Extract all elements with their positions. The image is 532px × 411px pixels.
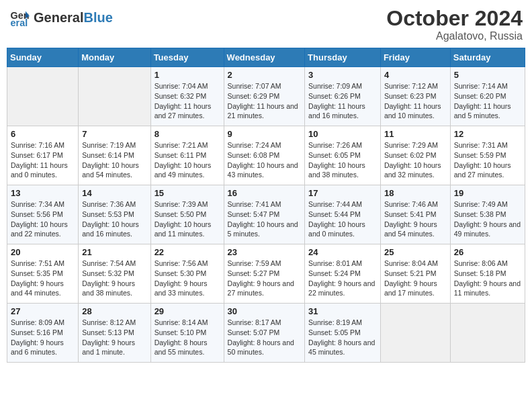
calendar-header: SundayMondayTuesdayWednesdayThursdayFrid… (7, 48, 525, 67)
calendar-cell: 1Sunrise: 7:04 AMSunset: 6:32 PMDaylight… (150, 67, 224, 126)
day-info: Sunrise: 7:39 AMSunset: 5:50 PMDaylight:… (154, 199, 220, 239)
svg-text:eral: eral (11, 17, 28, 28)
day-number: 19 (454, 188, 521, 198)
day-number: 29 (154, 306, 220, 316)
calendar-cell: 16Sunrise: 7:41 AMSunset: 5:47 PMDayligh… (224, 185, 305, 244)
day-number: 21 (82, 247, 146, 257)
day-info: Sunrise: 7:51 AMSunset: 5:35 PMDaylight:… (11, 259, 75, 298)
calendar-cell: 22Sunrise: 7:56 AMSunset: 5:30 PMDayligh… (150, 244, 224, 304)
location-subtitle: Agalatovo, Russia (386, 30, 523, 42)
day-number: 26 (454, 247, 521, 257)
calendar-cell (79, 67, 150, 126)
day-info: Sunrise: 8:06 AMSunset: 5:18 PMDaylight:… (454, 259, 521, 298)
page-header: Gen eral GeneralBlue October 2024 Agalat… (7, 7, 525, 42)
calendar-cell: 21Sunrise: 7:54 AMSunset: 5:32 PMDayligh… (79, 244, 150, 304)
header-row: SundayMondayTuesdayWednesdayThursdayFrid… (7, 48, 525, 67)
day-number: 7 (82, 129, 146, 139)
calendar-cell: 28Sunrise: 8:12 AMSunset: 5:13 PMDayligh… (79, 304, 150, 363)
day-number: 25 (384, 247, 447, 257)
day-info: Sunrise: 7:16 AMSunset: 6:17 PMDaylight:… (11, 140, 75, 180)
header-cell-friday: Friday (380, 48, 450, 67)
month-title: October 2024 (386, 7, 523, 30)
day-number: 14 (82, 188, 146, 198)
day-info: Sunrise: 7:59 AMSunset: 5:27 PMDaylight:… (228, 259, 302, 298)
calendar-cell: 13Sunrise: 7:34 AMSunset: 5:56 PMDayligh… (7, 185, 79, 244)
day-info: Sunrise: 7:54 AMSunset: 5:32 PMDaylight:… (82, 259, 146, 298)
day-info: Sunrise: 8:17 AMSunset: 5:07 PMDaylight:… (228, 318, 302, 357)
day-number: 12 (454, 129, 521, 139)
header-cell-thursday: Thursday (305, 48, 381, 67)
day-number: 27 (11, 306, 75, 316)
calendar-cell (380, 304, 450, 363)
day-number: 9 (228, 129, 302, 139)
day-info: Sunrise: 7:07 AMSunset: 6:29 PMDaylight:… (228, 81, 302, 121)
header-cell-sunday: Sunday (7, 48, 79, 67)
day-info: Sunrise: 7:29 AMSunset: 6:02 PMDaylight:… (384, 140, 447, 180)
day-number: 3 (308, 70, 377, 80)
day-info: Sunrise: 8:14 AMSunset: 5:10 PMDaylight:… (154, 318, 220, 357)
day-number: 24 (308, 247, 377, 257)
header-cell-tuesday: Tuesday (150, 48, 224, 67)
calendar-cell: 3Sunrise: 7:09 AMSunset: 6:26 PMDaylight… (305, 67, 381, 126)
day-info: Sunrise: 8:09 AMSunset: 5:16 PMDaylight:… (11, 318, 75, 357)
day-number: 17 (308, 188, 377, 198)
calendar-cell: 17Sunrise: 7:44 AMSunset: 5:44 PMDayligh… (305, 185, 381, 244)
logo-icon: Gen eral (9, 7, 31, 28)
day-info: Sunrise: 7:19 AMSunset: 6:14 PMDaylight:… (82, 140, 146, 180)
title-block: October 2024 Agalatovo, Russia (386, 7, 523, 42)
calendar-cell: 31Sunrise: 8:19 AMSunset: 5:05 PMDayligh… (305, 304, 381, 363)
day-info: Sunrise: 7:56 AMSunset: 5:30 PMDaylight:… (154, 259, 220, 298)
day-number: 1 (154, 70, 220, 80)
day-info: Sunrise: 7:46 AMSunset: 5:41 PMDaylight:… (384, 199, 447, 239)
day-number: 28 (82, 306, 146, 316)
calendar-cell (450, 304, 525, 363)
day-number: 4 (384, 70, 447, 80)
day-info: Sunrise: 7:21 AMSunset: 6:11 PMDaylight:… (154, 140, 220, 180)
day-number: 18 (384, 188, 447, 198)
day-number: 6 (11, 129, 75, 139)
day-info: Sunrise: 8:01 AMSunset: 5:24 PMDaylight:… (308, 259, 377, 298)
calendar-cell: 30Sunrise: 8:17 AMSunset: 5:07 PMDayligh… (224, 304, 305, 363)
calendar-cell: 26Sunrise: 8:06 AMSunset: 5:18 PMDayligh… (450, 244, 525, 304)
day-number: 5 (454, 70, 521, 80)
week-row: 1Sunrise: 7:04 AMSunset: 6:32 PMDaylight… (7, 67, 525, 126)
day-info: Sunrise: 7:09 AMSunset: 6:26 PMDaylight:… (308, 81, 377, 121)
day-info: Sunrise: 7:24 AMSunset: 6:08 PMDaylight:… (228, 140, 302, 180)
logo-text-general: General (34, 10, 83, 25)
day-number: 2 (228, 70, 302, 80)
calendar-table: SundayMondayTuesdayWednesdayThursdayFrid… (7, 48, 525, 363)
day-number: 11 (384, 129, 447, 139)
calendar-cell: 11Sunrise: 7:29 AMSunset: 6:02 PMDayligh… (380, 126, 450, 185)
day-number: 20 (11, 247, 75, 257)
calendar-cell: 5Sunrise: 7:14 AMSunset: 6:20 PMDaylight… (450, 67, 525, 126)
calendar-cell: 23Sunrise: 7:59 AMSunset: 5:27 PMDayligh… (224, 244, 305, 304)
calendar-cell: 14Sunrise: 7:36 AMSunset: 5:53 PMDayligh… (79, 185, 150, 244)
day-info: Sunrise: 8:04 AMSunset: 5:21 PMDaylight:… (384, 259, 447, 298)
day-number: 23 (228, 247, 302, 257)
calendar-cell: 19Sunrise: 7:49 AMSunset: 5:38 PMDayligh… (450, 185, 525, 244)
calendar-cell: 29Sunrise: 8:14 AMSunset: 5:10 PMDayligh… (150, 304, 224, 363)
day-number: 13 (11, 188, 75, 198)
calendar-cell: 15Sunrise: 7:39 AMSunset: 5:50 PMDayligh… (150, 185, 224, 244)
calendar-cell: 18Sunrise: 7:46 AMSunset: 5:41 PMDayligh… (380, 185, 450, 244)
day-info: Sunrise: 7:31 AMSunset: 5:59 PMDaylight:… (454, 140, 521, 180)
day-info: Sunrise: 7:04 AMSunset: 6:32 PMDaylight:… (154, 81, 220, 121)
day-info: Sunrise: 7:49 AMSunset: 5:38 PMDaylight:… (454, 199, 521, 239)
calendar-cell: 4Sunrise: 7:12 AMSunset: 6:23 PMDaylight… (380, 67, 450, 126)
day-info: Sunrise: 7:34 AMSunset: 5:56 PMDaylight:… (11, 199, 75, 239)
day-number: 8 (154, 129, 220, 139)
day-info: Sunrise: 7:12 AMSunset: 6:23 PMDaylight:… (384, 81, 447, 121)
header-cell-saturday: Saturday (450, 48, 525, 67)
day-info: Sunrise: 8:19 AMSunset: 5:05 PMDaylight:… (308, 318, 377, 357)
day-number: 31 (308, 306, 377, 316)
header-cell-wednesday: Wednesday (224, 48, 305, 67)
day-number: 10 (308, 129, 377, 139)
calendar-cell: 9Sunrise: 7:24 AMSunset: 6:08 PMDaylight… (224, 126, 305, 185)
logo: Gen eral GeneralBlue (9, 7, 113, 28)
week-row: 27Sunrise: 8:09 AMSunset: 5:16 PMDayligh… (7, 304, 525, 363)
week-row: 6Sunrise: 7:16 AMSunset: 6:17 PMDaylight… (7, 126, 525, 185)
day-number: 16 (228, 188, 302, 198)
header-cell-monday: Monday (79, 48, 150, 67)
calendar-body: 1Sunrise: 7:04 AMSunset: 6:32 PMDaylight… (7, 67, 525, 363)
day-info: Sunrise: 8:12 AMSunset: 5:13 PMDaylight:… (82, 318, 146, 357)
